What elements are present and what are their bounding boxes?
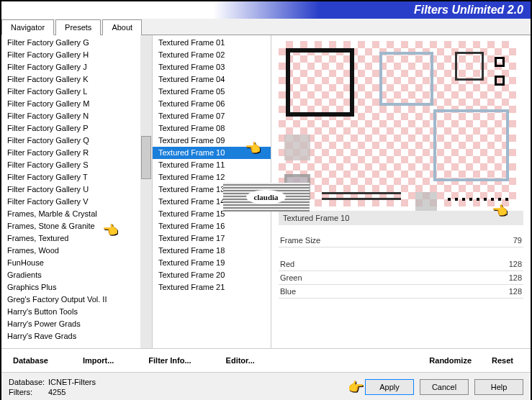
main-window: Filters Unlimited 2.0 Navigator Presets …: [0, 0, 532, 400]
param-name: Blue: [280, 287, 296, 296]
titlebar: Filters Unlimited 2.0: [1, 1, 531, 19]
category-item[interactable]: Filter Factory Gallery H: [1, 49, 152, 61]
db-value: ICNET-Filters: [48, 378, 96, 386]
preview-image: [279, 41, 516, 206]
category-item[interactable]: FunHouse: [1, 257, 152, 269]
footer-status: Database:ICNET-Filters Filters:4255 👉 Ap…: [1, 372, 531, 400]
watermark-text: claudia: [246, 190, 285, 204]
category-item[interactable]: Frames, Textured: [1, 232, 152, 245]
randomize-button[interactable]: Randomize: [426, 355, 474, 366]
filters-value: 4255: [48, 388, 66, 396]
dialog-buttons: 👉 Apply Cancel Help: [343, 379, 523, 395]
help-button[interactable]: Help: [474, 379, 523, 395]
filter-item[interactable]: Textured Frame 20: [153, 269, 271, 281]
cancel-button[interactable]: Cancel: [420, 379, 469, 395]
reset-button[interactable]: Reset: [489, 355, 516, 366]
param-row[interactable]: Red128: [279, 258, 523, 271]
category-item[interactable]: Filter Factory Gallery R: [1, 147, 152, 159]
filter-item[interactable]: Textured Frame 09: [153, 135, 271, 147]
preview-shapes: [279, 41, 516, 206]
param-row[interactable]: Blue128: [279, 285, 523, 299]
filter-item[interactable]: Textured Frame 04: [153, 73, 271, 86]
footer-actions: Database Import... Filter Info... Editor…: [1, 348, 531, 372]
category-item[interactable]: Filter Factory Gallery V: [1, 196, 152, 208]
param-row[interactable]: Green128: [279, 271, 523, 285]
category-item[interactable]: Harry's Rave Grads: [1, 330, 152, 342]
filter-item[interactable]: Textured Frame 02: [153, 49, 271, 61]
database-button[interactable]: Database: [10, 355, 51, 366]
category-item[interactable]: Frames, Wood: [1, 245, 152, 257]
param-row[interactable]: Frame Size79: [279, 234, 523, 247]
category-item[interactable]: Harry's Power Grads: [1, 318, 152, 330]
param-name: Red: [280, 260, 294, 268]
apply-button[interactable]: Apply: [365, 379, 414, 395]
filter-info-button[interactable]: Filter Info...: [145, 355, 194, 366]
param-name: Green: [280, 273, 302, 282]
category-item[interactable]: Filter Factory Gallery N: [1, 110, 152, 122]
tabs: Navigator Presets About: [1, 19, 531, 35]
filters-label: Filters:: [9, 387, 48, 397]
category-item[interactable]: Greg's Factory Output Vol. II: [1, 294, 152, 306]
tab-presets[interactable]: Presets: [55, 19, 101, 35]
category-item[interactable]: Graphics Plus: [1, 281, 152, 294]
category-item[interactable]: Harry's Button Tools: [1, 306, 152, 318]
selected-filter-name: Textured Frame 10: [283, 214, 349, 222]
selected-filter-label: Textured Frame 10: [279, 211, 523, 225]
category-item[interactable]: Filter Factory Gallery K: [1, 73, 152, 86]
db-label: Database:: [9, 377, 48, 387]
preview-panel: Textured Frame 10 Frame Size79Red128Gree…: [271, 35, 531, 348]
category-item[interactable]: Frames, Stone & Granite: [1, 220, 152, 232]
filter-item[interactable]: Textured Frame 17: [153, 232, 271, 245]
category-item[interactable]: Filter Factory Gallery G: [1, 37, 152, 49]
import-button[interactable]: Import...: [80, 355, 117, 366]
param-value: 128: [509, 287, 522, 296]
filter-item[interactable]: Textured Frame 11: [153, 159, 271, 171]
tab-navigator[interactable]: Navigator: [1, 19, 54, 35]
category-item[interactable]: Filter Factory Gallery Q: [1, 135, 152, 147]
filter-item[interactable]: Textured Frame 01: [153, 37, 271, 49]
category-item[interactable]: Filter Factory Gallery M: [1, 98, 152, 110]
filter-item[interactable]: Textured Frame 19: [153, 257, 271, 269]
category-item[interactable]: Filter Factory Gallery T: [1, 171, 152, 183]
filter-item[interactable]: Textured Frame 18: [153, 245, 271, 257]
parameters: Frame Size79Red128Green128Blue128: [279, 234, 523, 299]
watermark: claudia: [223, 183, 310, 212]
app-title: Filters Unlimited 2.0: [414, 4, 523, 17]
param-value: 128: [509, 273, 522, 282]
filter-item[interactable]: Textured Frame 03: [153, 61, 271, 73]
category-item[interactable]: Filter Factory Gallery L: [1, 86, 152, 98]
category-item[interactable]: Gradients: [1, 269, 152, 281]
category-item[interactable]: Filter Factory Gallery U: [1, 183, 152, 196]
stats: Database:ICNET-Filters Filters:4255: [9, 377, 96, 397]
filter-item[interactable]: Textured Frame 16: [153, 220, 271, 232]
filter-item[interactable]: Textured Frame 08: [153, 122, 271, 135]
filter-item[interactable]: Textured Frame 12: [153, 171, 271, 183]
filter-item[interactable]: Textured Frame 06: [153, 98, 271, 110]
category-list[interactable]: Filter Factory Gallery GFilter Factory G…: [1, 35, 152, 348]
tab-about[interactable]: About: [102, 19, 142, 35]
param-name: Frame Size: [280, 236, 320, 245]
category-list-panel: Filter Factory Gallery GFilter Factory G…: [1, 35, 153, 348]
filter-item[interactable]: Textured Frame 21: [153, 281, 271, 294]
category-item[interactable]: Filter Factory Gallery S: [1, 159, 152, 171]
category-item[interactable]: Frames, Marble & Crystal: [1, 208, 152, 220]
pointer-hand-icon: 👉: [348, 379, 364, 395]
filter-item[interactable]: Textured Frame 07: [153, 110, 271, 122]
param-value: 128: [509, 260, 522, 268]
filter-item[interactable]: Textured Frame 05: [153, 86, 271, 98]
filter-item[interactable]: Textured Frame 10: [153, 147, 271, 159]
category-item[interactable]: Filter Factory Gallery P: [1, 122, 152, 135]
param-value: 79: [513, 236, 522, 245]
scrollbar[interactable]: [140, 35, 152, 348]
editor-button[interactable]: Editor...: [223, 355, 258, 366]
category-item[interactable]: Filter Factory Gallery J: [1, 61, 152, 73]
